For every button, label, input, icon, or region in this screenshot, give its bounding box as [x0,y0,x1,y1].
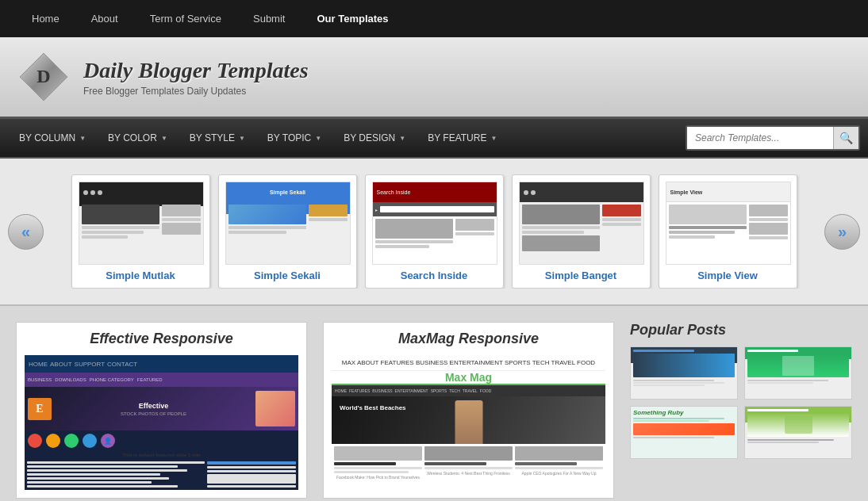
template-carousel: « [0,159,868,306]
nav-about[interactable]: About [75,0,134,37]
template-name: Search Inside [372,270,497,281]
carousel-items: Simple Mutlak Simple Sekali [44,174,824,289]
filter-by-column[interactable]: BY COLUMN ▼ [8,118,97,158]
featured-effective-title: Effective Responsive [25,331,298,347]
template-thumbnail [79,182,204,265]
popular-item-image: Something Ruby [631,407,737,458]
top-navigation: Home About Term of Service Submit Our Te… [0,0,868,37]
template-thumbnail: Search Inside ▸ [372,182,497,265]
site-title: Daily Blogger Templates [83,58,309,83]
featured-effective[interactable]: Effective Responsive HOMEABOUTSUPPORTCON… [16,322,307,499]
template-name: Simple Sekali [225,270,350,281]
chevron-left-icon: « [21,223,30,241]
filter-bar: BY COLUMN ▼ BY COLOR ▼ BY STYLE ▼ BY TOP… [0,119,868,159]
main-content: Effective Responsive HOMEABOUTSUPPORTCON… [0,306,868,501]
filter-by-color[interactable]: BY COLOR ▼ [97,118,179,158]
template-thumbnail: Simple View [666,182,791,265]
popular-posts-title: Popular Posts [630,322,852,338]
popular-item-1[interactable] [630,346,738,400]
nav-submit[interactable]: Submit [237,0,301,37]
popular-posts: Popular Posts [630,322,852,499]
site-header: D Daily Blogger Templates Free Blogger T… [0,37,868,119]
site-logo: D [16,49,71,105]
template-card-search-inside[interactable]: Search Inside ▸ [365,174,504,289]
search-button[interactable]: 🔍 [833,127,858,149]
template-name: Simple Mutlak [79,270,203,281]
chevron-down-icon: ▼ [399,135,405,142]
template-card-simple-banget[interactable]: Simple Banget [512,174,651,289]
filter-by-style[interactable]: BY STYLE ▼ [179,118,256,158]
filter-by-feature[interactable]: BY FEATURE ▼ [417,118,508,158]
popular-item-4[interactable] [744,406,852,459]
chevron-down-icon: ▼ [79,135,86,142]
carousel-next-button[interactable]: » [824,214,860,250]
nav-our-templates[interactable]: Our Templates [301,0,404,37]
popular-item-image [631,347,737,399]
template-card-simple-sekali[interactable]: Simple Sekali [218,174,357,289]
template-name: Simple Banget [519,270,643,281]
filter-by-design[interactable]: BY DESIGN ▼ [332,118,417,158]
popular-item-image [745,407,851,458]
filter-by-topic[interactable]: BY TOPIC ▼ [256,118,332,158]
nav-home[interactable]: Home [16,0,75,37]
site-subtitle: Free Blogger Templates Daily Updates [83,86,309,97]
carousel-prev-button[interactable]: « [8,214,44,250]
featured-maxmag-image: MAX ABOUT FEATURES BUSINESS ENTERTAINMEN… [332,355,605,490]
popular-item-3[interactable]: Something Ruby [630,406,738,459]
template-card-simple-view[interactable]: Simple View [659,174,797,289]
featured-maxmag-title: MaxMag Responsive [332,331,605,347]
nav-tos[interactable]: Term of Service [134,0,237,37]
search-input[interactable] [687,127,833,149]
featured-maxmag[interactable]: MaxMag Responsive MAX ABOUT FEATURES BUS… [323,322,614,499]
chevron-right-icon: » [838,223,847,241]
popular-item-2[interactable] [744,346,852,400]
template-card-simple-mutlak[interactable]: Simple Mutlak [71,174,210,289]
chevron-down-icon: ▼ [490,135,497,142]
featured-effective-image: HOMEABOUTSUPPORTCONTACT BUSINESS DOWNLOA… [25,355,298,490]
chevron-down-icon: ▼ [315,135,321,142]
popular-grid: Something Ruby [630,346,852,459]
popular-item-image [745,347,851,399]
svg-text:D: D [36,66,50,86]
template-thumbnail: Simple Sekali [225,182,351,265]
template-name: Simple View [666,270,790,281]
chevron-down-icon: ▼ [239,135,245,142]
search-icon: 🔍 [839,132,853,144]
chevron-down-icon: ▼ [161,135,167,142]
search-bar: 🔍 [686,125,860,151]
template-thumbnail [519,182,644,265]
